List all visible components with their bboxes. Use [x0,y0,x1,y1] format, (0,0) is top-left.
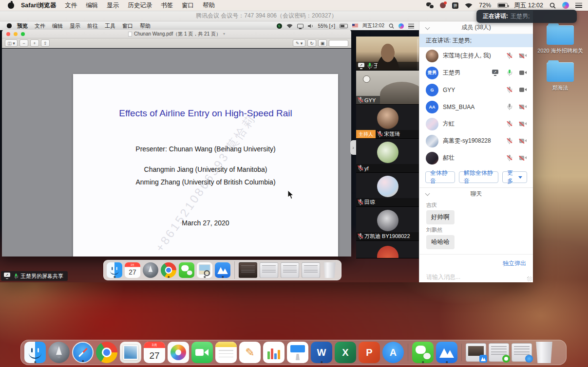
member-row[interactable]: 郝壮 [419,149,533,166]
collapse-chevron-icon[interactable] [425,25,430,30]
screen-share-icon[interactable] [492,70,499,76]
mic-muted-icon[interactable] [507,138,512,144]
desktop-folder-recruit[interactable]: 2020 海外招聘相关 [532,25,588,55]
folder-icon[interactable] [547,25,574,45]
dock-launchpad-icon[interactable] [48,342,70,363]
dock-notes-icon[interactable] [215,342,237,363]
dock-meeting-icon[interactable] [215,262,230,278]
zoom-in-button[interactable]: + [30,39,39,47]
video-panel-collapse-handle[interactable]: › [350,140,356,155]
dock-powerpoint-icon[interactable]: P [359,342,380,363]
notification-center-icon[interactable] [575,3,582,8]
apple-menu-icon[interactable] [8,2,14,9]
camera-on-icon[interactable] [519,71,527,75]
member-row[interactable]: G GYY [419,81,533,98]
members-header[interactable]: 成员 (38人) [419,21,533,34]
video-tile[interactable]: 田琼 [356,173,419,207]
mic-muted-icon[interactable] [507,87,512,93]
spotlight-icon[interactable] [550,2,556,9]
camera-off-icon[interactable] [519,54,527,58]
dock-mail-icon[interactable] [120,342,141,363]
mic-icon[interactable] [507,104,512,110]
menubar-item-bookmarks[interactable]: 书签 [161,1,173,10]
mic-on-icon[interactable] [507,70,512,76]
close-button[interactable] [6,32,10,36]
dock-finder-icon[interactable] [107,262,122,278]
menubar-item-view[interactable]: 显示 [107,1,119,10]
menubar-clock[interactable]: 周五 12:02 [514,1,543,10]
dock-preview-icon[interactable] [197,262,212,278]
member-row[interactable]: 高蕙雯-sy1908228 [419,132,533,149]
menubar-item-window[interactable]: 窗口 [182,1,194,10]
minimized-wechat-window[interactable] [489,343,509,362]
dock-excel-icon[interactable]: X [335,342,356,363]
dock-word-icon[interactable]: W [311,342,332,363]
dock-facetime-icon[interactable] [191,342,213,363]
dock-finder-icon[interactable] [24,342,46,363]
menubar-app-name[interactable]: Safari浏览器 [21,1,56,10]
dock-keynote-icon[interactable] [287,342,308,363]
mic-muted-icon[interactable] [507,121,512,127]
zoom-out-button[interactable]: − [19,39,28,47]
mute-all-button[interactable]: 全体静音 [425,171,455,183]
music-status-icon[interactable] [440,2,446,8]
minimized-window[interactable] [281,262,299,278]
mic-muted-icon[interactable] [507,53,512,59]
dock-chrome-icon[interactable] [161,262,176,278]
unmute-all-button[interactable]: 解除全体静音 [459,171,498,183]
markup-button[interactable]: ✎ ▾ [293,39,305,47]
dock-calendar-icon[interactable]: 3月 27 [144,342,165,363]
pdf-titlebar[interactable]: Chunan Wang.pdf（第 1 页，共 21 页） ▾ [2,30,351,38]
minimized-window[interactable] [239,262,257,278]
menubar-item-history[interactable]: 历史记录 [128,1,152,10]
dock-safari-icon[interactable] [72,342,94,363]
video-tile[interactable]: yf [356,139,419,173]
video-tile[interactable]: GYY [356,71,419,105]
dock-pages-icon[interactable]: ✎ [239,342,261,363]
siri-icon[interactable] [562,2,569,9]
dock-trash-icon[interactable] [322,262,338,278]
dock-numbers-icon[interactable] [263,342,285,363]
dock-calendar-icon[interactable]: 3月27 [125,262,140,278]
popout-link[interactable]: 独立弹出 [503,260,526,267]
camera-off-icon[interactable] [519,156,527,161]
folder-icon[interactable] [547,62,574,82]
chat-input[interactable] [426,274,524,280]
chat-header[interactable]: 聊天 [419,187,533,200]
window-controls[interactable] [6,32,25,36]
dock-launchpad-icon[interactable] [143,262,158,278]
sidebar-view-button[interactable]: ◫ ▾ [5,39,18,47]
meeting-titlebar[interactable]: 腾讯会议 会议号：747 394 806（会议密码：200327） [0,11,533,21]
toolbox-button[interactable]: ▣ [318,39,327,47]
wechat-status-icon[interactable] [426,2,434,8]
camera-off-icon[interactable] [519,105,527,110]
rotate-button[interactable]: ↻ [307,39,316,47]
mic-muted-icon[interactable] [507,155,512,161]
menubar-item-edit[interactable]: 编辑 [86,1,98,10]
dock-wechat-icon[interactable] [412,342,434,363]
collapse-chevron-icon[interactable] [425,191,430,196]
dock-meeting-icon[interactable] [436,342,457,363]
minimized-window[interactable] [302,262,320,278]
video-tile-partial[interactable] [356,241,419,258]
dock-chrome-icon[interactable] [96,342,117,363]
menubar-item-file[interactable]: 文件 [65,1,77,10]
resize-grip[interactable] [527,276,532,281]
member-row[interactable]: AA SMS_BUAA [419,98,533,115]
member-row[interactable]: 宋莲琦(主持人, 我) [419,47,533,64]
dock-appstore-icon[interactable]: A [382,342,404,363]
minimized-safari-window[interactable] [512,343,532,362]
more-button[interactable]: 更多 [502,171,527,183]
desktop-folder-zhenghaifa[interactable]: 郑海法 [532,62,588,92]
video-tile[interactable]: 王楚男 [356,37,419,71]
wifi-icon[interactable] [465,3,473,8]
dock-trash-icon[interactable] [534,342,554,363]
dock-photos-icon[interactable] [168,342,189,363]
video-tile[interactable]: 主持人 宋莲琦 [356,105,419,139]
pdf-search-input[interactable] [329,40,348,47]
dock-wechat-icon[interactable] [179,262,194,278]
camera-on-icon[interactable] [519,88,527,92]
camera-off-icon[interactable] [519,139,527,144]
title-chevron-icon[interactable]: ▾ [223,32,225,36]
member-row[interactable]: 楚男 王楚男 [419,64,533,81]
